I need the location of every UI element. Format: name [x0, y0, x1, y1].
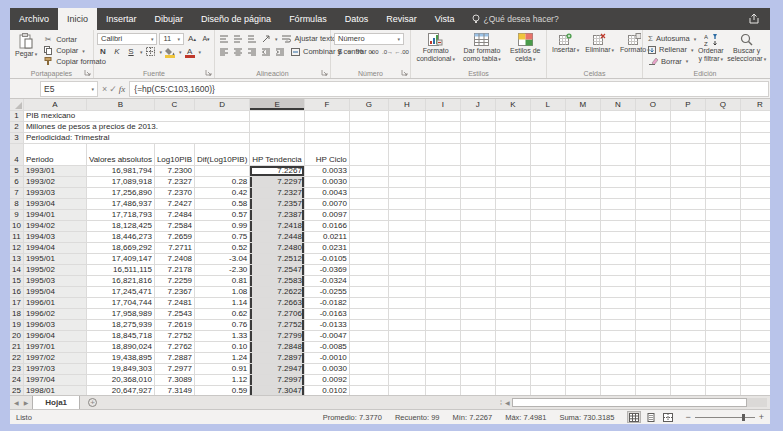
cell-A8[interactable]: 1993/04: [24, 199, 87, 210]
row-header-15[interactable]: 15: [10, 276, 24, 287]
empty-cell[interactable]: [671, 309, 706, 320]
empty-cell[interactable]: [496, 122, 531, 133]
empty-cell[interactable]: [671, 166, 706, 177]
format-as-table-button[interactable]: Dar formato como tabla▾: [459, 32, 504, 67]
formula-input[interactable]: {=hp(C5:C103,1600)}: [129, 81, 769, 97]
cell-E13[interactable]: 7.2512: [250, 254, 305, 265]
cell-E14[interactable]: 7.2547: [250, 265, 305, 276]
ribbon-tab-dise-o-de-p-gina[interactable]: Diseño de página: [192, 8, 280, 30]
empty-cell[interactable]: [350, 287, 389, 298]
cell-E21[interactable]: 7.2848: [250, 342, 305, 353]
empty-cell[interactable]: [350, 342, 389, 353]
empty-cell[interactable]: [706, 199, 741, 210]
empty-cell[interactable]: [426, 221, 461, 232]
title-cell-A1[interactable]: PIB mexicano: [24, 111, 250, 122]
cell-A25[interactable]: 1998/01: [24, 386, 87, 395]
cell-A11[interactable]: 1994/03: [24, 232, 87, 243]
cell-A23[interactable]: 1997/03: [24, 364, 87, 375]
cell-B20[interactable]: 18,845,718: [87, 331, 155, 342]
ribbon-tab-inicio[interactable]: Inicio: [58, 8, 97, 30]
column-header-G[interactable]: G: [350, 99, 389, 111]
empty-cell[interactable]: [741, 386, 770, 395]
row-header-22[interactable]: 22: [10, 353, 24, 364]
cell-A15[interactable]: 1995/03: [24, 276, 87, 287]
empty-cell[interactable]: [389, 221, 426, 232]
cell-D6[interactable]: 0.28: [195, 177, 250, 188]
empty-cell[interactable]: [496, 144, 531, 166]
empty-cell[interactable]: [566, 353, 601, 364]
empty-cell[interactable]: [389, 298, 426, 309]
cell-F17[interactable]: -0.0182: [305, 298, 350, 309]
cell-E23[interactable]: 7.2947: [250, 364, 305, 375]
empty-cell[interactable]: [741, 320, 770, 331]
empty-cell[interactable]: [496, 221, 531, 232]
cell-C23[interactable]: 7.2977: [155, 364, 195, 375]
normal-view-button[interactable]: [627, 411, 641, 423]
insert-cells-button[interactable]: Insertar▾: [550, 32, 581, 67]
empty-cell[interactable]: [531, 111, 566, 122]
cell-D10[interactable]: 0.99: [195, 221, 250, 232]
empty-cell[interactable]: [531, 386, 566, 395]
empty-cell[interactable]: [389, 111, 426, 122]
empty-cell[interactable]: [741, 188, 770, 199]
empty-cell[interactable]: [566, 342, 601, 353]
empty-cell[interactable]: [389, 364, 426, 375]
empty-cell[interactable]: [741, 287, 770, 298]
ribbon-tab-insertar[interactable]: Insertar: [97, 8, 146, 30]
empty-cell[interactable]: [350, 188, 389, 199]
row-header-20[interactable]: 20: [10, 331, 24, 342]
cell-C7[interactable]: 7.2370: [155, 188, 195, 199]
cell-F8[interactable]: 0.0070: [305, 199, 350, 210]
row-header-25[interactable]: 25: [10, 386, 24, 395]
empty-cell[interactable]: [389, 375, 426, 386]
cell-A7[interactable]: 1993/03: [24, 188, 87, 199]
column-header-K[interactable]: K: [496, 99, 531, 111]
cell-D22[interactable]: 1.24: [195, 353, 250, 364]
empty-cell[interactable]: [566, 199, 601, 210]
empty-cell[interactable]: [671, 199, 706, 210]
empty-cell[interactable]: [706, 265, 741, 276]
table-header-dif-log10pib-[interactable]: Dif(Log10PIB): [195, 144, 250, 166]
empty-cell[interactable]: [531, 287, 566, 298]
font-dialog-launcher[interactable]: [205, 69, 213, 77]
empty-cell[interactable]: [389, 342, 426, 353]
cell-E8[interactable]: 7.2357: [250, 199, 305, 210]
empty-cell[interactable]: [461, 298, 496, 309]
empty-cell[interactable]: [426, 298, 461, 309]
row-header-13[interactable]: 13: [10, 254, 24, 265]
empty-cell[interactable]: [636, 320, 671, 331]
empty-cell[interactable]: [566, 144, 601, 166]
row-header-18[interactable]: 18: [10, 309, 24, 320]
column-header-C[interactable]: C: [155, 99, 195, 111]
empty-cell[interactable]: [601, 210, 636, 221]
alignment-dialog-launcher[interactable]: [321, 69, 329, 77]
cell-C13[interactable]: 7.2408: [155, 254, 195, 265]
empty-cell[interactable]: [601, 144, 636, 166]
empty-cell[interactable]: [706, 122, 741, 133]
empty-cell[interactable]: [389, 122, 426, 133]
borders-button[interactable]: [145, 46, 157, 58]
empty-cell[interactable]: [461, 199, 496, 210]
empty-cell[interactable]: [350, 232, 389, 243]
empty-cell[interactable]: [461, 254, 496, 265]
cell-A24[interactable]: 1997/04: [24, 375, 87, 386]
empty-cell[interactable]: [531, 133, 566, 144]
ribbon-tab-f-rmulas[interactable]: Fórmulas: [280, 8, 336, 30]
empty-cell[interactable]: [636, 177, 671, 188]
cell-A22[interactable]: 1997/02: [24, 353, 87, 364]
empty-cell[interactable]: [350, 309, 389, 320]
empty-cell[interactable]: [741, 199, 770, 210]
empty-cell[interactable]: [601, 309, 636, 320]
empty-cell[interactable]: [350, 243, 389, 254]
cell-D21[interactable]: 0.10: [195, 342, 250, 353]
row-header-10[interactable]: 10: [10, 221, 24, 232]
align-top-button[interactable]: [218, 33, 230, 45]
empty-cell[interactable]: [496, 375, 531, 386]
cell-F16[interactable]: -0.0255: [305, 287, 350, 298]
empty-cell[interactable]: [741, 210, 770, 221]
cell-A6[interactable]: 1993/02: [24, 177, 87, 188]
cell-F25[interactable]: 0.0102: [305, 386, 350, 395]
cell-F20[interactable]: -0.0047: [305, 331, 350, 342]
row-header-11[interactable]: 11: [10, 232, 24, 243]
empty-cell[interactable]: [426, 111, 461, 122]
